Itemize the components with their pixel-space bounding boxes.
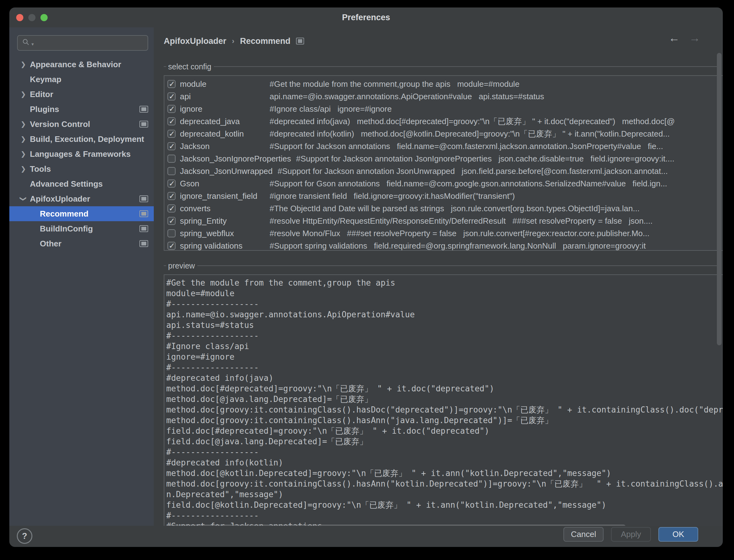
checkbox-checked[interactable] xyxy=(167,217,175,225)
checkbox-checked[interactable] xyxy=(167,142,175,150)
config-row-deprecated-java[interactable]: deprecated_java#deprecated info(java) me… xyxy=(164,115,723,128)
title-bar: Preferences xyxy=(9,7,723,27)
config-row-module[interactable]: module#Get the module from the comment,g… xyxy=(164,78,723,90)
checkbox-checked[interactable] xyxy=(167,92,175,100)
sidebar-item-keymap[interactable]: Keymap xyxy=(9,72,154,87)
config-row-ignore[interactable]: ignore#Ignore class/api ignore=#ignore xyxy=(164,103,723,115)
config-row-jackson-jsonunwrapped[interactable]: Jackson_JsonUnwrapped#Support for Jackso… xyxy=(164,165,723,177)
sidebar-item-advanced-settings[interactable]: Advanced Settings xyxy=(9,176,154,191)
checkbox-checked[interactable] xyxy=(167,130,175,138)
preview-textarea[interactable]: #Get the module from the comment,group t… xyxy=(164,274,723,526)
apply-button[interactable]: Apply xyxy=(611,527,651,542)
config-name: ignore xyxy=(180,104,269,114)
breadcrumb-parent[interactable]: ApifoxUploader xyxy=(164,36,226,46)
sidebar-item-label: ApifoxUploader xyxy=(30,194,90,204)
sidebar-item-label: Advanced Settings xyxy=(30,179,103,189)
sidebar-item-label: Editor xyxy=(30,90,53,99)
back-arrow-icon[interactable]: ← xyxy=(669,32,680,44)
ok-button[interactable]: OK xyxy=(658,527,698,542)
content-vertical-scrollbar[interactable] xyxy=(717,53,722,345)
select-config-label: select config xyxy=(166,62,214,71)
config-list[interactable]: module#Get the module from the comment,g… xyxy=(164,75,723,251)
config-name: ignore_transient_field xyxy=(180,191,269,201)
chevron-right-icon[interactable]: ❯ xyxy=(21,91,30,98)
config-row-jackson-jsonignoreproperties[interactable]: Jackson_JsonIgnoreProperties#Support for… xyxy=(164,152,723,165)
config-row-spring-entity[interactable]: spring_Entity#resolve HttpEntity/Request… xyxy=(164,215,723,227)
config-row-jackson[interactable]: Jackson#Support for Jackson annotations … xyxy=(164,140,723,152)
footer-buttons: Cancel Apply OK xyxy=(563,527,698,542)
forward-arrow-icon[interactable]: → xyxy=(689,32,700,44)
sidebar-item-label: Other xyxy=(40,239,61,249)
preferences-window: Preferences ▾ ❯Appearance & BehaviorKeym… xyxy=(9,7,723,547)
config-description: #Support for Jackson annotation JsonIgno… xyxy=(296,154,723,164)
search-icon xyxy=(22,38,30,48)
config-row-gson[interactable]: Gson#Support for Gson annotations field.… xyxy=(164,177,723,190)
preview-line: method.doc[#deprecated]=groovy:"\n「已废弃」 … xyxy=(166,383,723,394)
preview-line: #------------------ xyxy=(166,330,723,341)
preview-line: method.doc[@kotlin.Deprecated]=groovy:"\… xyxy=(166,468,723,478)
checkbox-unchecked[interactable] xyxy=(167,229,175,237)
checkbox-checked[interactable] xyxy=(167,192,175,200)
config-row-deprecated-kotlin[interactable]: deprecated_kotlin#deprecated info(kotlin… xyxy=(164,128,723,140)
checkbox-checked[interactable] xyxy=(167,105,175,113)
config-row-converts[interactable]: converts#The ObjectId and Date will be p… xyxy=(164,202,723,215)
config-name: Gson xyxy=(180,179,269,189)
config-description: #Get the module from the comment,group t… xyxy=(269,79,723,89)
preview-line: #Get the module from the comment,group t… xyxy=(166,278,723,288)
preview-line: field.doc[@kotlin.Deprecated]=groovy:"\n… xyxy=(166,500,723,510)
config-row-ignore-transient-field[interactable]: ignore_transient_field#ignore transient … xyxy=(164,190,723,202)
config-row-spring-validations[interactable]: spring validations#Support spring valida… xyxy=(164,240,723,251)
preview-line: api.name=@io.swagger.annotations.ApiOper… xyxy=(166,309,723,320)
preview-line: api.status=#status xyxy=(166,320,723,330)
sidebar-item-languages-frameworks[interactable]: ❯Languages & Frameworks xyxy=(9,147,154,161)
checkbox-checked[interactable] xyxy=(167,80,175,88)
config-row-spring-webflux[interactable]: spring_webflux#resolve Mono/Flux ###set … xyxy=(164,227,723,240)
search-options-caret-icon[interactable]: ▾ xyxy=(31,41,34,47)
checkbox-checked[interactable] xyxy=(167,242,175,250)
sidebar-item-label: Appearance & Behavior xyxy=(30,60,121,69)
checkbox-checked[interactable] xyxy=(167,117,175,125)
chevron-right-icon[interactable]: ❯ xyxy=(21,150,30,158)
preview-line: ignore=#ignore xyxy=(166,352,723,362)
config-name: spring_webflux xyxy=(180,229,269,238)
breadcrumb-separator: › xyxy=(232,37,234,45)
sidebar-item-label: Recommend xyxy=(40,209,88,219)
settings-page-icon xyxy=(139,210,148,217)
window-title: Preferences xyxy=(9,7,723,27)
settings-page-icon xyxy=(139,225,148,232)
config-row-api[interactable]: apiapi.name=@io.swagger.annotations.ApiO… xyxy=(164,90,723,103)
sidebar-item-label: BuildInConfig xyxy=(40,224,93,234)
preview-line: field.doc[#deprecated]=groovy:"\n「已废弃」 "… xyxy=(166,426,723,436)
footer-bar: ? Cancel Apply OK xyxy=(9,526,723,547)
config-name: spring validations xyxy=(180,241,269,251)
config-description: #Support for Jackson annotations field.n… xyxy=(269,142,723,151)
sidebar-item-plugins[interactable]: Plugins xyxy=(9,102,154,117)
checkbox-unchecked[interactable] xyxy=(167,167,175,175)
sidebar-item-other[interactable]: Other xyxy=(9,236,154,251)
search-input[interactable]: ▾ xyxy=(17,35,148,51)
cancel-button[interactable]: Cancel xyxy=(563,527,604,542)
checkbox-unchecked[interactable] xyxy=(167,155,175,163)
chevron-right-icon[interactable]: ❯ xyxy=(21,165,30,173)
sidebar-item-label: Version Control xyxy=(30,119,90,129)
sidebar-item-buildinconfig[interactable]: BuildInConfig xyxy=(9,221,154,236)
preview-line: #deprecated info(java) xyxy=(166,373,723,383)
config-description: #Support for Gson annotations field.name… xyxy=(269,179,723,189)
chevron-right-icon[interactable]: ❯ xyxy=(21,120,30,128)
preview-line: n.Deprecated","message") xyxy=(166,489,723,500)
window-body: ▾ ❯Appearance & BehaviorKeymap❯EditorPlu… xyxy=(9,27,723,526)
chevron-right-icon[interactable]: ❯ xyxy=(21,135,30,143)
checkbox-checked[interactable] xyxy=(167,180,175,188)
sidebar-item-appearance-behavior[interactable]: ❯Appearance & Behavior xyxy=(9,57,154,72)
sidebar-item-recommend[interactable]: Recommend xyxy=(9,206,154,221)
preview-label: preview xyxy=(166,261,197,270)
sidebar-item-tools[interactable]: ❯Tools xyxy=(9,161,154,176)
sidebar-item-editor[interactable]: ❯Editor xyxy=(9,87,154,102)
checkbox-checked[interactable] xyxy=(167,204,175,212)
sidebar-item-build-execution-deployment[interactable]: ❯Build, Execution, Deployment xyxy=(9,132,154,147)
sidebar-item-apifoxuploader[interactable]: ❯ApifoxUploader xyxy=(9,191,154,206)
help-button[interactable]: ? xyxy=(17,528,32,544)
chevron-right-icon[interactable]: ❯ xyxy=(21,61,30,68)
chevron-down-icon[interactable]: ❯ xyxy=(21,195,30,203)
sidebar-item-version-control[interactable]: ❯Version Control xyxy=(9,117,154,132)
